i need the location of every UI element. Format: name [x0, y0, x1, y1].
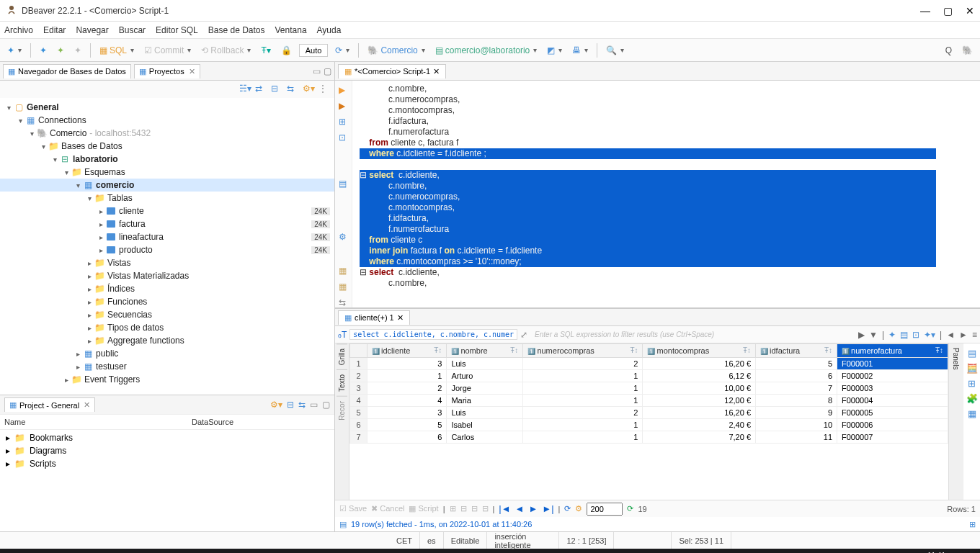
rollback-button[interactable]: ⟲ Rollback [198, 44, 254, 57]
table-row[interactable]: 2 1 Arturo 1 6,12 € 6 F000002 [350, 370, 948, 382]
close-button[interactable]: ✕ [966, 5, 974, 17]
table-row[interactable]: 5 3 Luis 2 16,20 € 9 F000005 [350, 407, 948, 419]
tree-node-funciones[interactable]: ▸📁Funciones [0, 295, 334, 308]
tab-record[interactable]: Recor [337, 396, 347, 425]
panels-icon[interactable]: ✦▾ [924, 330, 935, 340]
tree-node-laboratorio[interactable]: ▾⊟laboratorio [0, 153, 334, 166]
next-page-icon[interactable]: ► [528, 503, 538, 514]
tab-grid[interactable]: Grilla [337, 343, 347, 369]
sound-icon[interactable]: 🔊 [882, 550, 905, 553]
prev-page-icon[interactable]: ◄ [515, 503, 525, 514]
settings-icon[interactable]: ⚙▾ [270, 400, 282, 410]
menu-editor sql[interactable]: Editor SQL [156, 25, 198, 35]
tray-expand-icon[interactable]: ^ [827, 550, 850, 553]
tree-node-lineafactura[interactable]: ▸lineafactura24K [0, 230, 334, 243]
duplicate-row-icon[interactable]: ⊟ [482, 504, 489, 513]
next-icon[interactable]: ► [959, 330, 968, 340]
menu-archivo[interactable]: Archivo [4, 25, 33, 35]
tree-node-producto[interactable]: ▸producto24K [0, 243, 334, 256]
settings-icon[interactable]: ⚙▾ [303, 84, 314, 95]
tree-node-aggregate-functions[interactable]: ▸📁Aggregate functions [0, 334, 334, 347]
print-button[interactable]: 🖶 [569, 44, 591, 57]
maximize-panel-button[interactable]: ▢ [324, 66, 331, 76]
tab-projects[interactable]: ▦Proyectos✕ [134, 64, 200, 78]
database-selector[interactable]: ▤ comercio@laboratorio [432, 44, 540, 57]
wifi-icon[interactable]: 📶 [855, 550, 878, 553]
tree-node-vistas-materializadas[interactable]: ▸📁Vistas Materializadas [0, 269, 334, 282]
notifications-icon[interactable]: 💬 [954, 550, 977, 553]
brave-icon[interactable]: 🦁 [112, 550, 135, 553]
first-page-icon[interactable]: |◄ [499, 503, 510, 514]
execute-script-icon[interactable]: ▶ [339, 101, 349, 111]
project-item-diagrams[interactable]: ▸📁Diagrams [0, 444, 334, 457]
custom-filter-icon[interactable]: ⊡ [912, 330, 919, 340]
tab-script-1[interactable]: ▦*<Comercio> Script-1✕ [338, 64, 446, 78]
filter-input[interactable]: Enter a SQL expression to filter results… [535, 331, 855, 338]
history-icon[interactable]: ▤ [900, 330, 908, 340]
apply-filter-icon[interactable]: ▶ [858, 330, 865, 340]
import-icon[interactable]: ▦ [339, 282, 349, 292]
disconnect-all-button[interactable]: ✦ [71, 44, 84, 57]
minimize-panel-button[interactable]: ▭ [310, 400, 318, 410]
tab-result-cliente[interactable]: ▦cliente(+) 1✕ [338, 310, 410, 325]
search-button[interactable]: 🔍 [603, 44, 627, 57]
perspective-button[interactable]: 🐘 [959, 44, 976, 57]
link-icon[interactable]: ⇆ [339, 297, 349, 307]
refresh-icon[interactable]: ⟳ [564, 504, 571, 513]
export-result-icon[interactable]: ⊞ [969, 520, 976, 529]
execute-icon[interactable]: ▶ [339, 85, 349, 95]
auto-refresh-icon[interactable]: ⚙ [575, 504, 582, 513]
menu-icon[interactable]: ≡ [972, 330, 977, 340]
auto-commit-combo[interactable]: Auto [299, 44, 329, 57]
tree-node-comercio[interactable]: ▾🐘Comercio- localhost:5432 [0, 127, 334, 140]
column-datasource[interactable]: DataSource [192, 418, 233, 426]
tree-node-general[interactable]: ▾▢General [0, 101, 334, 114]
collapse-icon[interactable]: ⊟ [287, 400, 294, 410]
select-row-icon[interactable]: ⊡ [339, 132, 349, 143]
results-grid[interactable]: 1️⃣idclienteŦ↕1️⃣nombreŦ↕1️⃣numerocompra… [349, 343, 948, 500]
tab-panels[interactable]: Panels [950, 343, 961, 374]
save-button[interactable]: ☑ Save [339, 504, 367, 513]
menu-ayuda[interactable]: Ayuda [317, 25, 342, 35]
menu-buscar[interactable]: Buscar [119, 25, 146, 35]
tree-node-bases-de-datos[interactable]: ▾📁Bases de Datos [0, 140, 334, 153]
tree-node-event-triggers[interactable]: ▸📁Event Triggers [0, 373, 334, 386]
maximize-panel-button[interactable]: ▢ [322, 400, 330, 410]
delete-row-icon[interactable]: ⊟ [471, 504, 478, 513]
tree-node-cliente[interactable]: ▸cliente24K [0, 204, 334, 217]
project-item-scripts[interactable]: ▸📁Scripts [0, 457, 334, 470]
script-button[interactable]: ▦ Script [409, 504, 438, 513]
col-idfactura[interactable]: 1️⃣idfacturaŦ↕ [756, 344, 837, 358]
tree-node-comercio[interactable]: ▾▦comercio [0, 179, 334, 192]
panel-refs-icon[interactable]: ▦ [966, 408, 977, 419]
schema-button[interactable]: ◩ [544, 44, 565, 57]
table-row[interactable]: 7 6 Carlos 1 7,20 € 11 F000007 [350, 431, 948, 444]
table-row[interactable]: 3 2 Jorge 1 10,00 € 7 F000003 [350, 382, 948, 395]
dbeaver-icon[interactable]: 🐘 [249, 550, 272, 553]
fetch-next-icon[interactable]: ⟳ [627, 504, 633, 513]
commit-button[interactable]: ☑ Commit [141, 44, 194, 57]
search-icon[interactable]: 🔍 [30, 550, 53, 553]
panel-calc-icon[interactable]: 🧮 [966, 363, 977, 374]
new-connection-button[interactable]: ✦ [4, 44, 24, 57]
txn-mode-button[interactable]: Ŧ▾ [258, 44, 273, 57]
maximize-button[interactable]: ▢ [943, 5, 953, 17]
column-name[interactable]: Name [4, 418, 192, 426]
clear-filter-icon[interactable]: ▼ [869, 330, 878, 340]
col-idcliente[interactable]: 1️⃣idclienteŦ↕ [368, 344, 447, 358]
tab-project-general[interactable]: ▦Project - General✕ [4, 397, 95, 412]
collapse-icon[interactable]: ⊟ [271, 84, 282, 95]
copy-row-icon[interactable]: ⊟ [460, 504, 467, 513]
export-icon[interactable]: ▦ [339, 266, 349, 276]
menu-navegar[interactable]: Navegar [76, 25, 108, 35]
last-page-icon[interactable]: ►| [542, 503, 553, 514]
np-icon[interactable]: 📝 [140, 550, 163, 553]
col-numerocompras[interactable]: 1️⃣numerocomprasŦ↕ [523, 344, 643, 358]
close-icon[interactable]: ✕ [189, 67, 195, 76]
tree-node-esquemas[interactable]: ▾📁Esquemas [0, 166, 334, 179]
cancel-button[interactable]: ✖ Cancel [371, 504, 404, 513]
save-filter-icon[interactable]: ✦ [888, 330, 896, 340]
filter-connections-icon[interactable]: ☵▾ [239, 84, 251, 95]
tree-node-connections[interactable]: ▾▦Connections [0, 114, 334, 127]
prev-icon[interactable]: ◄ [946, 330, 955, 340]
